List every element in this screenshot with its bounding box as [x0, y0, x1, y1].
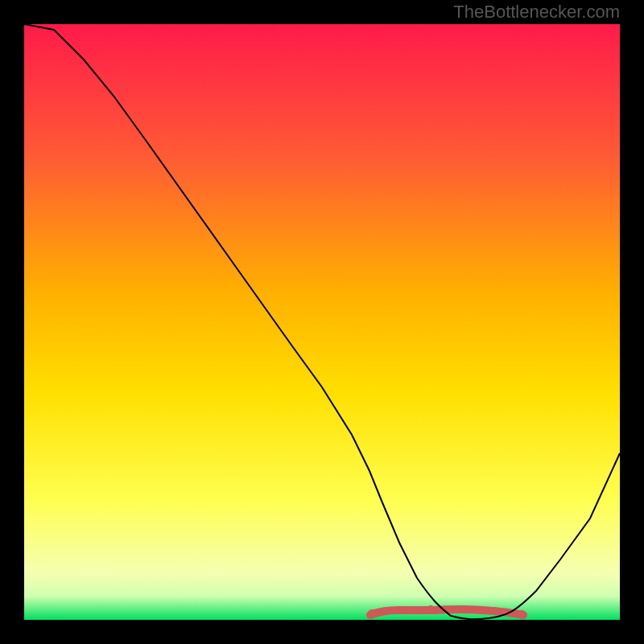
svg-point-0 — [368, 609, 376, 617]
gradient-background — [24, 24, 620, 620]
bottleneck-chart — [24, 24, 620, 620]
svg-point-1 — [397, 606, 405, 614]
svg-point-2 — [427, 605, 435, 613]
svg-point-3 — [459, 605, 467, 613]
svg-point-5 — [518, 610, 526, 618]
svg-point-4 — [491, 607, 499, 615]
watermark-text: TheBottlenecker.com — [453, 2, 620, 23]
chart-container — [24, 24, 620, 620]
